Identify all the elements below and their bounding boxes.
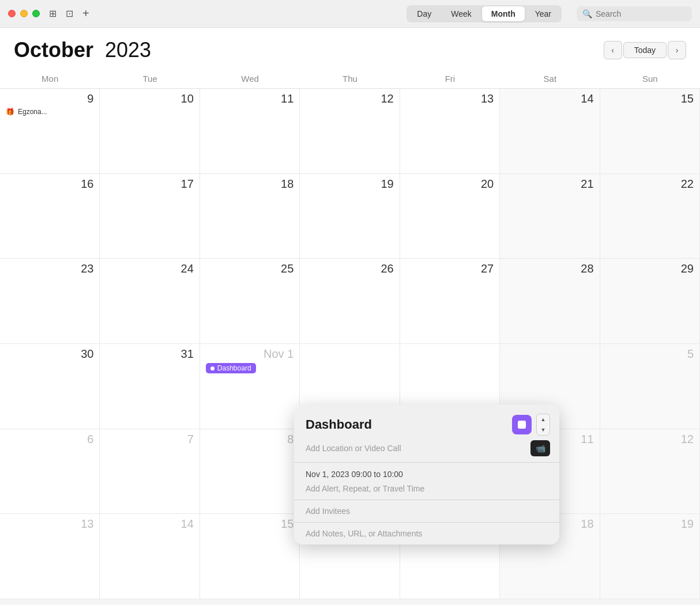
cal-cell[interactable]: 19 [300, 174, 400, 259]
date-number: 7 [106, 433, 193, 446]
popup-notes-row[interactable]: Add Notes, URL, or Attachments [294, 522, 559, 544]
date-number: 5 [606, 347, 694, 361]
date-number: 28 [506, 262, 593, 275]
date-number: 30 [6, 347, 93, 361]
date-number: 13 [406, 92, 494, 105]
date-number: Nov 1 [206, 347, 293, 361]
date-number: 31 [106, 347, 193, 361]
inbox-icon[interactable]: ⊡ [66, 8, 73, 19]
cal-cell[interactable]: 16 [0, 174, 100, 259]
popup-invitees-text[interactable]: Add Invitees [306, 506, 350, 516]
cal-cell[interactable]: 10 [100, 89, 200, 174]
minimize-button[interactable] [20, 10, 28, 17]
maximize-button[interactable] [32, 10, 40, 17]
event-popup: Dashboard ▲ ▼ Add Location or Video Call… [294, 404, 559, 544]
date-number: 22 [606, 177, 694, 191]
popup-stepper[interactable]: ▲ ▼ [536, 414, 550, 436]
date-number: 26 [306, 262, 393, 275]
cal-cell[interactable]: 12 [300, 89, 400, 174]
birthday-icon: 🎁 [6, 108, 14, 116]
popup-notes-text[interactable]: Add Notes, URL, or Attachments [306, 529, 422, 538]
cal-cell[interactable]: 13 [0, 514, 100, 599]
tab-year[interactable]: Year [526, 6, 560, 21]
popup-alert-row: Add Alert, Repeat, or Travel Time [294, 481, 559, 500]
birthday-label: Egzona... [18, 108, 47, 116]
cal-cell[interactable]: 20 [400, 174, 500, 259]
date-number: 6 [6, 433, 93, 446]
cal-cell[interactable]: 7 [100, 429, 200, 515]
date-number: 17 [106, 177, 193, 191]
popup-datetime[interactable]: Nov 1, 2023 09:00 to 10:00 [306, 470, 548, 479]
search-icon: 🔍 [582, 9, 592, 18]
tab-month[interactable]: Month [482, 6, 525, 21]
popup-alert-text[interactable]: Add Alert, Repeat, or Travel Time [306, 484, 424, 493]
cal-cell[interactable]: 31 [100, 344, 200, 429]
cal-cell[interactable]: 28 [500, 259, 600, 344]
search-box: 🔍 [577, 6, 692, 21]
event-dot [210, 366, 214, 370]
cal-cell[interactable]: 9🎁Egzona... [0, 89, 100, 174]
tab-week[interactable]: Week [442, 6, 481, 21]
popup-video-button[interactable]: 📹 [530, 440, 550, 456]
search-input[interactable] [596, 9, 686, 18]
cal-cell[interactable]: 22 [600, 174, 700, 259]
date-number: 29 [606, 262, 694, 275]
birthday-event[interactable]: 🎁Egzona... [6, 108, 93, 116]
popup-calendar-color-button[interactable] [512, 415, 532, 434]
cal-cell[interactable]: 5 [600, 344, 700, 429]
stepper-up-icon[interactable]: ▲ [537, 414, 550, 425]
date-number: 8 [206, 433, 293, 446]
cal-cell[interactable]: 18 [200, 174, 300, 259]
cal-cell[interactable]: 13 [400, 89, 500, 174]
cal-cell[interactable]: 15 [200, 514, 300, 599]
cal-cell[interactable]: 29 [600, 259, 700, 344]
day-header-tue: Tue [100, 69, 200, 88]
page-title: October 2023 [14, 38, 151, 62]
day-header-thu: Thu [300, 69, 400, 88]
cal-cell[interactable]: 14 [500, 89, 600, 174]
event-pill-label: Dashboard [217, 364, 251, 372]
popup-location-row: Add Location or Video Call 📹 [294, 440, 559, 462]
popup-invitees-row[interactable]: Add Invitees [294, 500, 559, 522]
event-pill[interactable]: Dashboard [206, 363, 256, 373]
day-header-sat: Sat [500, 69, 600, 88]
close-button[interactable] [8, 10, 16, 17]
cal-cell[interactable]: 12 [600, 429, 700, 515]
calendar-nav: ‹ Today › [604, 41, 686, 59]
cal-cell[interactable]: 11 [200, 89, 300, 174]
day-headers: Mon Tue Wed Thu Fri Sat Sun [0, 69, 700, 89]
date-number: 25 [206, 262, 293, 275]
cal-cell[interactable]: 24 [100, 259, 200, 344]
date-number: 24 [106, 262, 193, 275]
date-number: 10 [106, 92, 193, 105]
cal-cell[interactable]: 26 [300, 259, 400, 344]
cal-cell[interactable]: 14 [100, 514, 200, 599]
popup-location-text[interactable]: Add Location or Video Call [306, 444, 526, 453]
popup-title: Dashboard [306, 417, 507, 432]
tab-day[interactable]: Day [408, 6, 441, 21]
add-icon[interactable]: + [82, 7, 89, 20]
today-button[interactable]: Today [623, 42, 667, 58]
date-number: 18 [206, 177, 293, 191]
day-header-mon: Mon [0, 69, 100, 88]
cal-cell[interactable]: 15 [600, 89, 700, 174]
next-month-button[interactable]: › [668, 41, 686, 59]
date-number: 21 [506, 177, 593, 191]
cal-cell[interactable]: 6 [0, 429, 100, 515]
grid-icon[interactable]: ⊞ [49, 8, 57, 19]
cal-cell[interactable]: 8 [200, 429, 300, 515]
cal-cell[interactable]: 27 [400, 259, 500, 344]
prev-month-button[interactable]: ‹ [604, 41, 622, 59]
cal-cell[interactable]: 21 [500, 174, 600, 259]
view-tabs: Day Week Month Year [407, 5, 562, 22]
cal-cell[interactable]: 30 [0, 344, 100, 429]
cal-cell[interactable]: Nov 1Dashboard [200, 344, 300, 429]
date-number: 15 [606, 92, 694, 105]
stepper-down-icon[interactable]: ▼ [537, 425, 550, 435]
date-number: 27 [406, 262, 494, 275]
cal-cell[interactable]: 19 [600, 514, 700, 599]
cal-cell[interactable]: 25 [200, 259, 300, 344]
year-label: 2023 [105, 38, 151, 62]
cal-cell[interactable]: 23 [0, 259, 100, 344]
cal-cell[interactable]: 17 [100, 174, 200, 259]
